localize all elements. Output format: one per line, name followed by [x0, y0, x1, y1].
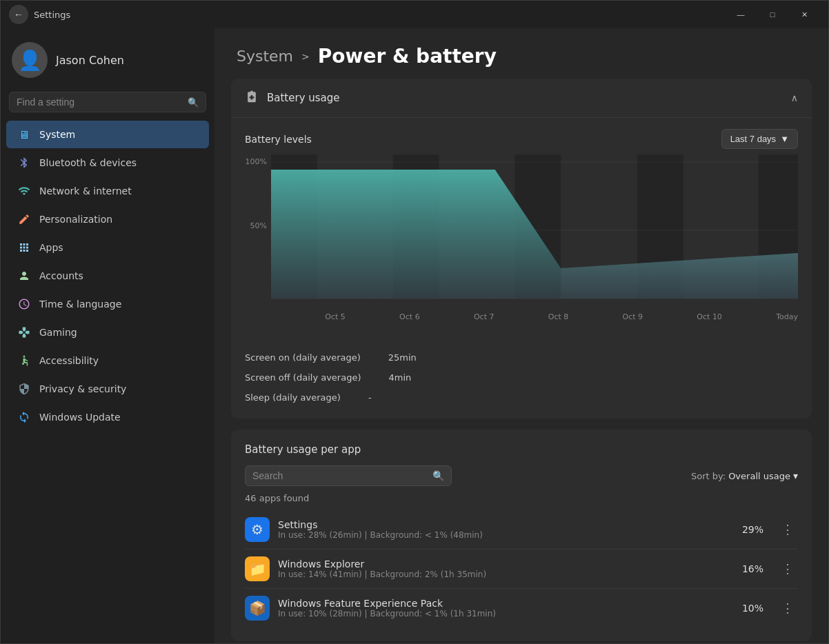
app-percent-explorer: 16% [742, 563, 763, 574]
app-row-settings: ⚙️ Settings In use: 28% (26min) | Backgr… [245, 510, 798, 550]
settings-window: ← Settings — □ ✕ 👤 Jason Cohen 🔍 [0, 0, 829, 644]
sidebar-item-apps[interactable]: Apps [6, 234, 209, 261]
sidebar-item-update[interactable]: Windows Update [6, 403, 209, 431]
sidebar-label-accessibility: Accessibility [39, 355, 99, 366]
sidebar-item-bluetooth[interactable]: Bluetooth & devices [6, 149, 209, 177]
stat-value-screen-off: 4min [389, 370, 412, 385]
sidebar-item-system[interactable]: 🖥 System [6, 121, 209, 148]
sort-dropdown[interactable]: Sort by: Overall usage ▾ [691, 470, 798, 481]
main-content: 👤 Jason Cohen 🔍 🖥 System Blue [1, 28, 828, 643]
collapse-button[interactable]: ∧ [791, 92, 798, 103]
bluetooth-icon [17, 156, 31, 170]
titlebar-controls: — □ ✕ [725, 3, 820, 26]
sidebar-label-bluetooth: Bluetooth & devices [39, 157, 137, 168]
network-icon [17, 184, 31, 198]
sidebar-item-time[interactable]: Time & language [6, 290, 209, 318]
stat-row-sleep: Sleep (daily average) - [245, 388, 798, 407]
battery-stats: Screen on (daily average) 25min Screen o… [231, 348, 812, 419]
app-more-settings[interactable]: ⋮ [777, 519, 798, 540]
sidebar-item-privacy[interactable]: Privacy & security [6, 375, 209, 403]
app-icon-wfep: 📦 [245, 596, 270, 621]
stat-value-sleep: - [368, 390, 372, 405]
battery-chart-container: 100% 50% [231, 154, 812, 348]
stat-row-screen-off: Screen off (daily average) 4min [245, 368, 798, 388]
app-search-icon: 🔍 [432, 470, 444, 481]
sidebar-item-accounts[interactable]: Accounts [6, 262, 209, 290]
user-section[interactable]: 👤 Jason Cohen [1, 34, 214, 86]
sidebar-label-time: Time & language [39, 299, 121, 310]
breadcrumb-arrow: > [301, 51, 310, 62]
sort-dropdown-arrow: ▾ [793, 470, 798, 481]
sidebar-item-personalization[interactable]: Personalization [6, 205, 209, 233]
accessibility-icon [17, 354, 31, 368]
avatar: 👤 [12, 42, 48, 78]
privacy-icon [17, 382, 31, 396]
apps-found-count: 46 apps found [245, 493, 798, 503]
accounts-icon [17, 269, 31, 283]
dropdown-arrow-icon: ▼ [780, 134, 789, 144]
sidebar-item-accessibility[interactable]: Accessibility [6, 347, 209, 374]
battery-usage-header[interactable]: Battery usage ∧ [231, 79, 812, 118]
sidebar-item-gaming[interactable]: Gaming [6, 319, 209, 346]
chart-x-labels: Oct 5 Oct 6 Oct 7 Oct 8 Oct 9 Oct 10 Tod… [245, 308, 798, 321]
app-search-box[interactable]: 🔍 [245, 465, 452, 486]
chart-label-oct9: Oct 9 [623, 312, 643, 321]
sidebar-label-privacy: Privacy & security [39, 383, 126, 394]
app-info-explorer: Windows Explorer In use: 14% (41min) | B… [278, 559, 734, 579]
user-name: Jason Cohen [56, 54, 124, 67]
sidebar-label-personalization: Personalization [39, 214, 112, 225]
breadcrumb-current: Power & battery [318, 45, 497, 68]
breadcrumb-system[interactable]: System [237, 48, 293, 65]
app-row-explorer: 📁 Windows Explorer In use: 14% (41min) |… [245, 550, 798, 589]
time-range-dropdown[interactable]: Last 7 days ▼ [721, 129, 798, 149]
battery-levels-header: Battery levels Last 7 days ▼ [231, 118, 812, 154]
app-name-explorer: Windows Explorer [278, 559, 734, 570]
maximize-button[interactable]: □ [757, 3, 788, 26]
battery-usage-icon [245, 90, 259, 106]
search-icon: 🔍 [188, 97, 199, 108]
stat-label-screen-on: Screen on (daily average) [245, 350, 361, 365]
main-area: System > Power & battery Battery usage ∧… [214, 28, 828, 643]
chart-label-oct7: Oct 7 [474, 312, 495, 321]
sidebar-label-update: Windows Update [39, 412, 121, 423]
stat-row-screen-on: Screen on (daily average) 25min [245, 348, 798, 368]
system-icon: 🖥 [17, 128, 31, 141]
time-range-label: Last 7 days [730, 134, 777, 144]
battery-usage-title: Battery usage [267, 92, 791, 104]
app-percent-wfep: 10% [742, 603, 763, 614]
chart-label-oct6: Oct 6 [399, 312, 420, 321]
app-more-wfep[interactable]: ⋮ [777, 598, 798, 618]
chart-label-oct10: Oct 10 [697, 312, 722, 321]
close-button[interactable]: ✕ [788, 3, 820, 26]
chart-y-50: 50% [245, 221, 271, 230]
sidebar-search-input[interactable] [17, 97, 182, 108]
app-more-explorer[interactable]: ⋮ [777, 559, 798, 579]
sidebar-label-system: System [39, 129, 75, 140]
app-info-settings: Settings In use: 28% (26min) | Backgroun… [278, 519, 734, 540]
titlebar-title: Settings [34, 10, 70, 20]
sidebar-label-network: Network & internet [39, 185, 132, 197]
breadcrumb: System > Power & battery [214, 28, 828, 79]
app-name-settings: Settings [278, 519, 734, 530]
stat-label-sleep: Sleep (daily average) [245, 390, 341, 405]
sidebar-label-apps: Apps [39, 242, 63, 253]
chart-label-oct5: Oct 5 [325, 312, 346, 321]
app-percent-settings: 29% [742, 524, 763, 535]
time-icon [17, 297, 31, 311]
app-icon-settings: ⚙️ [245, 517, 270, 542]
battery-usage-section: Battery usage ∧ Battery levels Last 7 da… [231, 79, 812, 419]
minimize-button[interactable]: — [725, 3, 757, 26]
app-detail-settings: In use: 28% (26min) | Background: < 1% (… [278, 530, 734, 540]
app-detail-wfep: In use: 10% (28min) | Background: < 1% (… [278, 609, 734, 618]
sort-label: Sort by: [691, 471, 726, 481]
sidebar-item-network[interactable]: Network & internet [6, 177, 209, 205]
back-button[interactable]: ← [9, 5, 28, 24]
gaming-icon [17, 325, 31, 339]
titlebar: ← Settings — □ ✕ [1, 1, 828, 28]
stat-value-screen-on: 25min [388, 350, 417, 365]
sidebar-search-box[interactable]: 🔍 [9, 92, 206, 112]
personalization-icon [17, 212, 31, 226]
app-search-input[interactable] [252, 470, 427, 481]
sort-value: Overall usage [728, 471, 790, 481]
app-search-row: 🔍 Sort by: Overall usage ▾ [245, 465, 798, 486]
